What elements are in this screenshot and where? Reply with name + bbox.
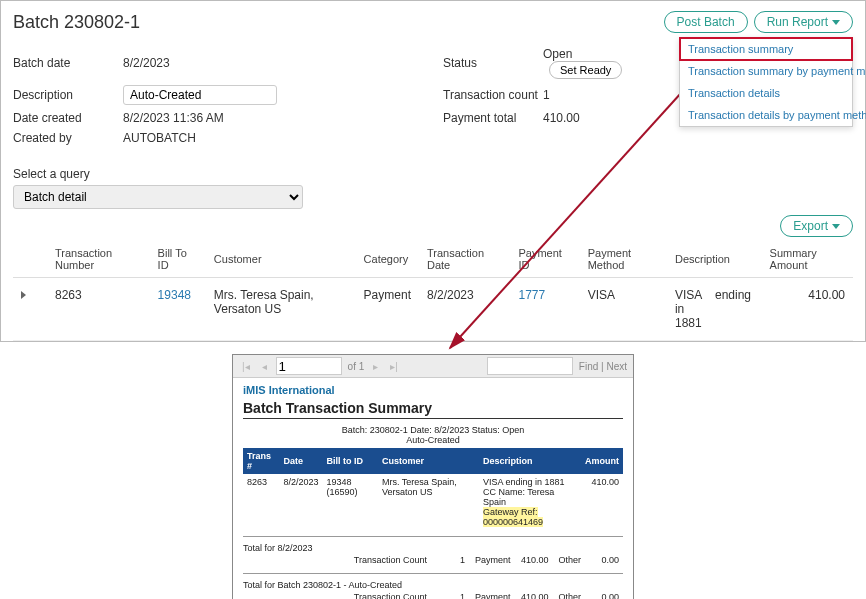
select-query-label: Select a query: [13, 167, 853, 181]
totals-batch-header: Total for Batch 230802-1 - Auto-Created: [243, 580, 623, 590]
run-report-button[interactable]: Run Report: [754, 11, 853, 33]
post-batch-button[interactable]: Post Batch: [664, 11, 748, 33]
cell-txn-date: 8/2/2023: [419, 278, 510, 341]
col-txn-date[interactable]: Transaction Date: [419, 241, 510, 278]
report-toolbar: |◂ ◂ of 1 ▸ ▸| Find | Next: [233, 355, 633, 378]
chevron-down-icon: [832, 224, 840, 229]
description-label: Description: [13, 88, 123, 102]
txn-count-label: Transaction count: [443, 88, 543, 102]
col-description[interactable]: Description: [667, 241, 762, 278]
gateway-ref-highlight: Gateway Ref: 000000641469: [483, 507, 543, 527]
find-next-label: Find | Next: [579, 361, 627, 372]
created-by-value: AUTOBATCH: [123, 131, 323, 145]
menu-transaction-details[interactable]: Transaction details: [680, 82, 852, 104]
date-created-label: Date created: [13, 111, 123, 125]
col-customer[interactable]: Customer: [206, 241, 356, 278]
col-payment-method[interactable]: Payment Method: [580, 241, 667, 278]
report-org: iMIS International: [243, 384, 623, 396]
description-input[interactable]: [123, 85, 277, 105]
menu-transaction-summary[interactable]: Transaction summary: [679, 37, 853, 61]
report-subtitle-2: Auto-Created: [243, 435, 623, 445]
col-bill-to-id[interactable]: Bill To ID: [150, 241, 206, 278]
cell-bill-to-id[interactable]: 19348: [158, 288, 191, 302]
col-payment-id[interactable]: Payment ID: [510, 241, 579, 278]
batch-panel: Batch 230802-1 Post Batch Run Report Tra…: [0, 0, 866, 342]
table-row[interactable]: 8263 19348 Mrs. Teresa Spain, Versaton U…: [13, 278, 853, 341]
rcol-customer: Customer: [378, 448, 479, 474]
created-by-label: Created by: [13, 131, 123, 145]
report-find-input[interactable]: [487, 357, 573, 375]
page-next-icon[interactable]: ▸: [370, 361, 381, 372]
cell-amount: 410.00: [762, 278, 853, 341]
cell-payment-method: VISA: [580, 278, 667, 341]
set-ready-button[interactable]: Set Ready: [549, 61, 622, 79]
rcol-amount: Amount: [581, 448, 623, 474]
page-first-icon[interactable]: |◂: [239, 361, 253, 372]
cell-txn-number: 8263: [47, 278, 150, 341]
rcol-desc: Description: [479, 448, 581, 474]
page-title: Batch 230802-1: [13, 12, 140, 33]
batch-date-value: 8/2/2023: [123, 56, 323, 70]
expand-row-icon[interactable]: [21, 291, 26, 299]
transactions-grid: Transaction Number Bill To ID Customer C…: [13, 241, 853, 341]
report-preview: |◂ ◂ of 1 ▸ ▸| Find | Next iMIS Internat…: [232, 354, 634, 599]
select-query-dropdown[interactable]: Batch detail: [13, 185, 303, 209]
rcol-date: Date: [279, 448, 322, 474]
report-title: Batch Transaction Summary: [243, 400, 623, 419]
cell-customer: Mrs. Teresa Spain, Versaton US: [206, 278, 356, 341]
page-last-icon[interactable]: ▸|: [387, 361, 401, 372]
report-subtitle-1: Batch: 230802-1 Date: 8/2/2023 Status: O…: [243, 425, 623, 435]
totals-date-header: Total for 8/2/2023: [243, 543, 623, 553]
payment-total-label: Payment total: [443, 111, 543, 125]
rcol-bill-to: Bill to ID: [323, 448, 378, 474]
report-row: 8263 8/2/2023 19348 (16590) Mrs. Teresa …: [243, 474, 623, 530]
txn-count-value: 1: [543, 88, 643, 102]
page-number-input[interactable]: [276, 357, 342, 375]
run-report-menu: Transaction summary Transaction summary …: [679, 37, 853, 127]
payment-total-value: 410.00: [543, 111, 643, 125]
cell-description: VISA ending in 1881: [667, 278, 762, 341]
batch-date-label: Batch date: [13, 56, 123, 70]
col-category[interactable]: Category: [356, 241, 419, 278]
export-button[interactable]: Export: [780, 215, 853, 237]
rcol-trans: Trans #: [243, 448, 279, 474]
date-created-value: 8/2/2023 11:36 AM: [123, 111, 323, 125]
export-label: Export: [793, 219, 828, 233]
page-of-label: of 1: [348, 361, 365, 372]
cell-category: Payment: [356, 278, 419, 341]
report-table: Trans # Date Bill to ID Customer Descrip…: [243, 448, 623, 530]
status-value: Open: [543, 47, 572, 61]
col-amount[interactable]: Summary Amount: [762, 241, 853, 278]
run-report-label: Run Report: [767, 15, 828, 29]
chevron-down-icon: [832, 20, 840, 25]
page-prev-icon[interactable]: ◂: [259, 361, 270, 372]
cell-payment-id[interactable]: 1777: [518, 288, 545, 302]
status-label: Status: [443, 56, 543, 70]
col-txn-number[interactable]: Transaction Number: [47, 241, 150, 278]
menu-transaction-summary-by-payment[interactable]: Transaction summary by payment method: [680, 60, 852, 82]
menu-transaction-details-by-payment[interactable]: Transaction details by payment method: [680, 104, 852, 126]
